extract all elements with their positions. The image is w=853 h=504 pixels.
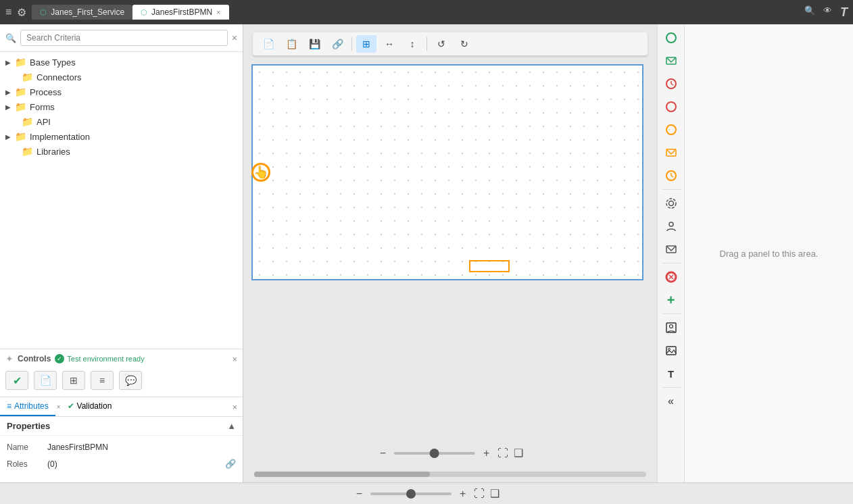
tree-item-libraries[interactable]: 📁 Libraries [0, 144, 243, 159]
palette-image[interactable] [660, 340, 682, 361]
palette-timer-orange[interactable] [660, 165, 682, 186]
properties-title: Properties [7, 421, 50, 431]
toolbar-grid-btn[interactable]: ⊞ [356, 35, 376, 53]
palette-text[interactable]: T [660, 363, 682, 384]
tree-item-api[interactable]: 📁 API [0, 114, 243, 129]
attrs-tab-label: Attributes [14, 401, 49, 411]
svg-point-19 [669, 325, 673, 328]
bottom-zoom-slider[interactable] [370, 493, 452, 495]
drag-panel-text: Drag a panel to this area. [720, 249, 819, 259]
tree-item-forms[interactable]: ▶ 📁 Forms [0, 99, 243, 114]
toolbar-sep2 [426, 37, 427, 51]
h-scrollbar[interactable] [254, 472, 646, 477]
properties-body: Name JanesFirstBPMN Roles (0) 🔗 [0, 436, 243, 482]
ctrl-btn-stack[interactable]: ⊞ [62, 371, 85, 390]
palette-sep4 [662, 387, 681, 388]
zoom-minus-btn[interactable]: − [377, 447, 389, 459]
tree-item-implementation[interactable]: ▶ 📁 Implementation [0, 129, 243, 144]
controls-buttons: ✔ 📄 ⊞ ≡ 💬 [5, 368, 237, 393]
eye-icon[interactable]: 👁 [823, 5, 832, 20]
svg-point-11 [668, 201, 673, 206]
toolbar-redo-btn[interactable]: ↻ [454, 35, 474, 53]
env-ready-label: Test environment ready [67, 355, 144, 363]
zoom-actual-btn[interactable]: ❑ [514, 447, 523, 459]
search-input[interactable] [20, 30, 228, 46]
orange-bar-element [469, 260, 510, 272]
toolbar-copy-btn[interactable]: 📋 [281, 35, 301, 53]
tab-attributes[interactable]: ≡ Attributes [0, 397, 55, 416]
palette-event-red[interactable] [660, 96, 682, 118]
tree-label-base-types: Base Types [30, 57, 76, 68]
attributes-section: ≡ Attributes × ✔ Validation × Properties… [0, 397, 243, 482]
tree-item-connectors[interactable]: 📁 Connectors [0, 70, 243, 84]
ctrl-btn-chat[interactable]: 💬 [119, 371, 142, 390]
expand-implementation-icon: ▶ [5, 133, 15, 141]
palette-event-orange[interactable] [660, 119, 682, 141]
top-bar: ≡ ⚙ ⬡ Janes_First_Service ⬡ JanesFirstBP… [0, 0, 853, 24]
toolbar-link-btn[interactable]: 🔗 [327, 35, 347, 53]
main-layout: 🔍 × ▶ 📁 Base Types 📁 Connectors ▶ 📁 Proc… [0, 24, 853, 482]
palette-message-orange[interactable] [660, 142, 682, 163]
zoom-plus-btn[interactable]: + [481, 447, 492, 459]
h-scrollbar-container [249, 468, 652, 481]
palette-sep2 [662, 263, 681, 263]
palette-message[interactable] [660, 50, 682, 72]
zoom-fit-btn[interactable]: ⛶ [497, 447, 508, 459]
controls-close-icon[interactable]: × [232, 354, 237, 364]
tab-janes-first-service[interactable]: ⬡ Janes_First_Service [32, 5, 132, 20]
attrs-close-icon[interactable]: × [226, 402, 243, 412]
env-ready-dot: ✓ [55, 354, 64, 363]
tree-item-base-types[interactable]: ▶ 📁 Base Types [0, 55, 243, 70]
palette-user-task[interactable] [660, 216, 682, 237]
palette-start-event[interactable] [660, 27, 682, 49]
bottom-zoom-plus[interactable]: + [457, 488, 468, 500]
far-right-panel: Drag a panel to this area. [684, 24, 853, 482]
tree-item-process[interactable]: ▶ 📁 Process [0, 84, 243, 99]
bottom-actual-icon[interactable]: ❑ [490, 487, 499, 500]
menu-icon[interactable]: ≡ [5, 6, 11, 18]
toolbar-new-btn[interactable]: 📄 [258, 35, 278, 53]
palette-timer[interactable] [660, 73, 682, 95]
toolbar-vfit-btn[interactable]: ↕ [402, 35, 422, 53]
toolbar-undo-btn[interactable]: ↺ [431, 35, 452, 53]
prop-link-roles-icon[interactable]: 🔗 [225, 459, 236, 469]
prop-row-roles: Roles (0) 🔗 [7, 459, 236, 469]
tree-label-forms: Forms [30, 102, 55, 112]
tab-close-icon[interactable]: × [216, 8, 220, 16]
palette-end-event[interactable] [660, 266, 682, 288]
search-clear-icon[interactable]: × [232, 32, 237, 43]
zoom-slider[interactable] [394, 452, 475, 455]
zoom-bar-top: − + ⛶ ❑ [377, 444, 524, 462]
tab-validation[interactable]: ✔ Validation [61, 397, 119, 416]
tree-label-implementation: Implementation [30, 132, 90, 142]
bottom-zoom-minus[interactable]: − [354, 488, 365, 500]
palette-participant[interactable] [660, 317, 682, 338]
ctrl-btn-check[interactable]: ✔ [5, 371, 28, 390]
palette-service-task[interactable] [660, 193, 682, 214]
palette-add[interactable]: + [660, 289, 682, 311]
canvas-inner[interactable]: 👆 [251, 64, 643, 280]
tree-label-api: API [36, 117, 51, 127]
toolbar-hfit-btn[interactable]: ↔ [379, 35, 399, 53]
svg-point-6 [666, 125, 676, 134]
search-top-icon[interactable]: 🔍 [804, 5, 815, 20]
svg-point-12 [666, 199, 676, 208]
font-icon[interactable]: T [840, 5, 848, 20]
bottom-fit-icon[interactable]: ⛶ [474, 488, 485, 500]
ctrl-btn-doc[interactable]: 📄 [34, 371, 57, 390]
ctrl-btn-list[interactable]: ≡ [91, 371, 114, 390]
palette-send-task[interactable] [660, 238, 682, 260]
prop-label-name: Name [7, 443, 47, 452]
palette-sep3 [662, 313, 681, 314]
canvas-scroll[interactable]: 👆 [243, 60, 657, 482]
properties-collapse-icon[interactable]: ▲ [227, 421, 236, 431]
settings-icon[interactable]: ⚙ [17, 6, 26, 19]
svg-point-13 [669, 222, 673, 226]
tree-label-libraries: Libraries [36, 147, 70, 157]
canvas-toolbar: 📄 📋 💾 🔗 ⊞ ↔ ↕ ↺ ↻ [253, 32, 648, 56]
canvas-area: 📄 📋 💾 🔗 ⊞ ↔ ↕ ↺ ↻ � [243, 24, 657, 482]
tab-janes-first-bpmn[interactable]: ⬡ JanesFirstBPMN × [132, 5, 228, 20]
palette-collapse[interactable]: « [660, 390, 682, 412]
h-scrollbar-thumb[interactable] [254, 472, 430, 477]
toolbar-save-btn[interactable]: 💾 [304, 35, 324, 53]
